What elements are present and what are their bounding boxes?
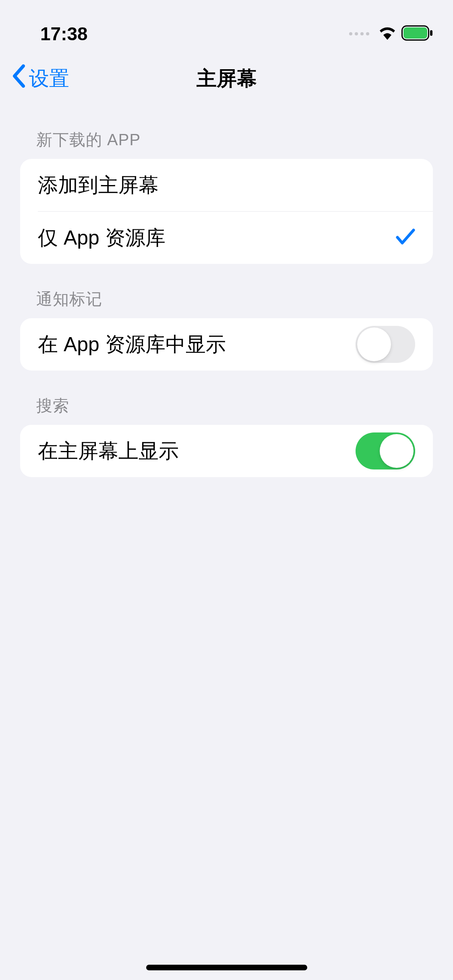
row-label: 在 App 资源库中显示 [38,331,226,358]
toggle-show-in-app-library[interactable] [356,326,415,363]
option-app-library-only[interactable]: 仅 App 资源库 [20,212,433,264]
row-label: 在主屏幕上显示 [38,438,179,465]
toggle-show-on-home[interactable] [356,432,415,469]
page-title: 主屏幕 [197,65,257,92]
section-header-notification-badges: 通知标记 [20,264,433,318]
checkmark-icon [396,228,415,248]
section-header-new-downloads: 新下载的 APP [20,105,433,159]
home-indicator[interactable] [146,965,307,970]
switch-knob [357,327,391,361]
switch-knob [380,434,414,468]
group-notification-badges: 在 App 资源库中显示 [20,318,433,371]
option-add-to-home[interactable]: 添加到主屏幕 [20,159,433,211]
signal-dots-icon [349,32,369,35]
status-time: 17:38 [40,23,88,45]
row-show-in-app-library: 在 App 资源库中显示 [20,318,433,371]
chevron-left-icon [11,64,25,93]
battery-icon [401,25,433,42]
status-bar: 17:38 [0,0,453,52]
option-label: 添加到主屏幕 [38,172,159,199]
back-button[interactable]: 设置 [11,64,69,93]
section-header-search: 搜索 [20,371,433,425]
nav-bar: 设置 主屏幕 [0,52,453,105]
option-label: 仅 App 资源库 [38,224,165,251]
group-new-downloads: 添加到主屏幕 仅 App 资源库 [20,159,433,264]
back-label: 设置 [29,65,69,92]
wifi-icon [378,26,397,41]
status-right [349,25,433,42]
row-show-on-home: 在主屏幕上显示 [20,425,433,477]
group-search: 在主屏幕上显示 [20,425,433,477]
svg-rect-1 [403,27,427,39]
svg-rect-2 [430,30,432,36]
